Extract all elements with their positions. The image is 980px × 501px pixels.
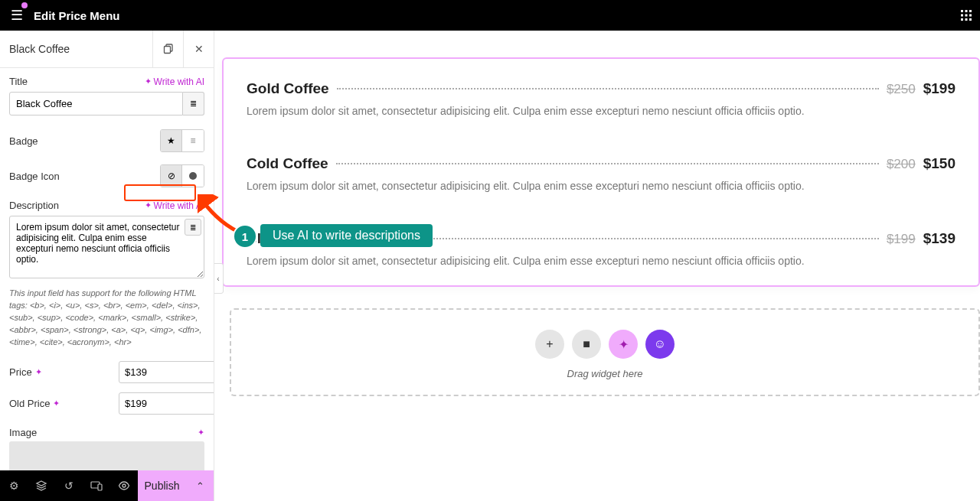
gear-icon: ⚙ (9, 480, 19, 492)
chevron-up-icon: ⌃ (196, 480, 204, 492)
chevron-left-icon: ‹ (217, 275, 219, 283)
sparkle-icon: ✦ (198, 428, 204, 438)
menu-item-old-price: $250 (887, 82, 916, 97)
sparkle-icon: ✦ (53, 399, 60, 408)
title-dynamic-button[interactable]: ≣ (183, 92, 204, 115)
dot-icon (189, 172, 197, 180)
annotation-text: Use AI to write descriptions (260, 224, 433, 247)
menu-item-price: $199 (923, 80, 956, 97)
item-name: Black Coffee (0, 32, 152, 66)
menu-item-description: Lorem ipsum dolor sit amet, consectetur … (247, 105, 956, 117)
notification-dot-icon (21, 2, 28, 8)
description-label: Description (9, 200, 59, 211)
description-help-text: This input field has support for the fol… (0, 285, 214, 356)
ai-assistant-button[interactable]: ☺ (645, 330, 675, 359)
old-price-label: Old Price✦ (9, 398, 60, 409)
devices-icon (90, 480, 103, 491)
responsive-button[interactable] (83, 470, 110, 501)
badge-icon-dot-option[interactable] (182, 165, 204, 187)
none-icon: ⊘ (168, 171, 175, 181)
folder-button[interactable]: ■ (572, 330, 601, 359)
close-button[interactable]: ✕ (183, 31, 214, 67)
title-input[interactable] (9, 92, 183, 115)
menu-item-description: Lorem ipsum dolor sit amet, consectetur … (247, 180, 956, 192)
eye-icon (118, 481, 130, 490)
badge-icon-none-option[interactable]: ⊘ (161, 165, 182, 187)
database-icon: ≣ (190, 99, 197, 109)
svg-rect-1 (965, 10, 968, 12)
badge-list-option[interactable]: ≡ (182, 130, 204, 151)
menu-item-title: Gold Coffee (247, 80, 329, 97)
add-widget-button[interactable]: + (535, 330, 564, 359)
menu-item-description: Lorem ipsum dolor sit amet, consectetur … (247, 255, 956, 267)
publish-button[interactable]: Publish (138, 470, 186, 501)
svg-rect-8 (969, 18, 972, 21)
price-input[interactable] (119, 361, 214, 383)
sparkle-icon: ✦ (35, 367, 42, 377)
hamburger-menu-button[interactable]: ☰ (8, 4, 26, 27)
sidebar-panel: Black Coffee ✕ Title ✦Write with AI ≣ Ba… (0, 31, 214, 501)
old-price-input[interactable] (119, 392, 214, 415)
preview-canvas: ‹ Gold Coffee $250 $199 Lorem ipsum dolo… (214, 31, 980, 501)
svg-rect-12 (98, 484, 102, 490)
ai-sparkle-button[interactable]: ✦ (609, 330, 638, 359)
badge-label: Badge (9, 135, 38, 147)
preview-button[interactable] (110, 470, 138, 501)
svg-rect-4 (965, 15, 968, 17)
duplicate-button[interactable] (152, 31, 183, 67)
close-icon: ✕ (194, 43, 204, 55)
page-title: Edit Price Menu (34, 9, 120, 22)
panel-collapse-button[interactable]: ‹ (214, 263, 224, 294)
sparkle-icon: ✦ (145, 200, 152, 210)
description-textarea[interactable] (9, 216, 204, 278)
badge-icon-label: Badge Icon (9, 171, 60, 182)
badge-toggle: ★ ≡ (160, 129, 204, 152)
plus-icon: + (546, 337, 553, 351)
sparkle-icon: ✦ (145, 76, 152, 86)
sparkle-icon: ✦ (619, 337, 629, 352)
sidebar-item-header: Black Coffee ✕ (0, 31, 214, 68)
dropzone-text: Drag widget here (247, 368, 963, 379)
badge-star-option[interactable]: ★ (161, 130, 182, 151)
write-with-ai-title-link[interactable]: ✦Write with AI (145, 76, 204, 87)
svg-rect-5 (969, 15, 972, 17)
menu-item: Gold Coffee $250 $199 Lorem ipsum dolor … (247, 80, 956, 117)
menu-item-old-price: $199 (887, 232, 916, 247)
svg-rect-2 (969, 10, 972, 12)
svg-rect-10 (164, 47, 170, 54)
menu-item: Cold Coffee $200 $150 Lorem ipsum dolor … (247, 155, 956, 192)
title-label: Title (9, 76, 28, 87)
write-with-ai-description-link[interactable]: ✦Write with AI (145, 200, 204, 211)
star-icon: ★ (167, 135, 175, 146)
layers-icon (35, 480, 47, 492)
image-label: Image (9, 427, 37, 438)
dots-separator (336, 163, 879, 164)
apps-grid-button[interactable] (960, 9, 972, 21)
svg-point-13 (122, 484, 126, 487)
history-button[interactable]: ↺ (55, 470, 83, 501)
image-preview[interactable] (9, 441, 204, 470)
svg-rect-7 (965, 18, 968, 21)
robot-face-icon: ☺ (654, 337, 666, 351)
lines-icon: ≡ (190, 135, 195, 146)
price-menu-widget[interactable]: Gold Coffee $250 $199 Lorem ipsum dolor … (222, 57, 980, 287)
publish-options-button[interactable]: ⌃ (186, 470, 214, 501)
menu-item-title: Cold Coffee (247, 155, 328, 172)
dots-separator (337, 88, 879, 89)
folder-icon: ■ (583, 337, 590, 351)
database-icon: ≣ (190, 223, 196, 232)
svg-rect-6 (961, 18, 963, 21)
svg-rect-0 (961, 10, 963, 12)
hamburger-icon: ☰ (11, 8, 23, 23)
widget-dropzone[interactable]: + ■ ✦ ☺ Drag widget here (230, 308, 980, 396)
badge-icon-toggle: ⊘ (160, 164, 204, 187)
settings-button[interactable]: ⚙ (0, 470, 28, 501)
topbar: ☰ Edit Price Menu (0, 0, 980, 31)
menu-item-price: $139 (923, 230, 956, 247)
price-label: Price✦ (9, 366, 42, 378)
menu-item-price: $150 (923, 155, 956, 172)
bottom-toolbar: ⚙ ↺ Publish ⌃ (0, 470, 214, 501)
description-dynamic-button[interactable]: ≣ (185, 219, 201, 236)
layers-button[interactable] (28, 470, 55, 501)
grid-icon (960, 9, 972, 21)
